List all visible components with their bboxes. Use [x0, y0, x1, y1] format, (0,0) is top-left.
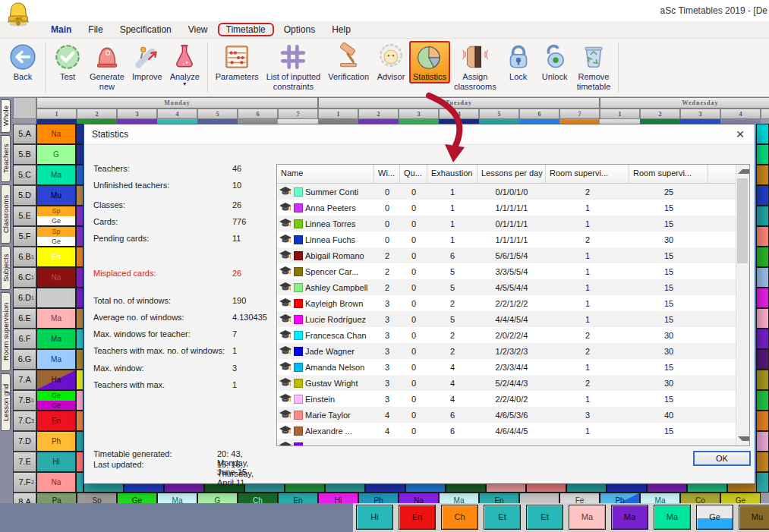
row-label-5-F[interactable]: 5.F	[13, 226, 36, 247]
row-label-6-D[interactable]: 6.D1	[13, 288, 36, 308]
card-chip-en[interactable]: En	[399, 505, 436, 530]
lesson-cell[interactable]	[36, 288, 76, 308]
table-row[interactable]: Abigail Romano2065/6/1/5/4115	[277, 247, 749, 263]
card-chip-ma[interactable]: Ma	[654, 505, 691, 530]
table-row[interactable]: Amanda Nelson3042/3/3/4/4115	[277, 359, 749, 375]
lesson-cell-na[interactable]: Na	[36, 267, 76, 288]
row-label-6-B[interactable]: 6.B1	[13, 247, 36, 267]
lesson-cell-split[interactable]: GeGe	[36, 390, 76, 411]
table-row[interactable]: Einstein3042/2/4/0/2115	[277, 391, 749, 407]
card-chip-ge[interactable]: Ge	[696, 505, 733, 530]
table-row[interactable]: Summer Conti0010/1/0/1/0225	[277, 184, 749, 200]
menu-item-view[interactable]: View	[180, 23, 216, 36]
toolbar-button-improve[interactable]: Improve	[128, 41, 166, 83]
close-icon[interactable]: ×	[730, 126, 750, 143]
row-label-5-A[interactable]: 5.A	[13, 124, 36, 144]
lesson-cell-ma[interactable]: Ma	[36, 349, 76, 370]
row-label-6-F[interactable]: 6.F	[13, 329, 36, 349]
table-row[interactable]: Linnea Torres0010/1/1/1/1115	[277, 216, 749, 231]
ok-button[interactable]: OK	[693, 451, 751, 466]
menu-item-timetable[interactable]: Timetable	[218, 23, 274, 36]
menu-item-options[interactable]: Options	[276, 23, 323, 36]
chevron-down-icon[interactable]: ▼	[182, 82, 188, 87]
column-header-exhaustion[interactable]: Exhaustion	[427, 165, 477, 183]
row-label-7-C[interactable]: 7.C3	[13, 411, 36, 431]
menu-item-help[interactable]: Help	[323, 23, 359, 36]
scroll-down-icon[interactable]	[738, 436, 750, 441]
row-label-5-B[interactable]: 5.B	[13, 144, 36, 165]
lesson-cell-ma[interactable]: Ma	[36, 165, 76, 185]
table-row[interactable]: Marie Taylor4064/6/5/3/6340	[277, 407, 749, 423]
toolbar-button-remove-timetable[interactable]: Remove timetable	[573, 41, 615, 93]
table-row[interactable]: Spencer Car...2053/3/5/5/4115	[277, 263, 749, 279]
column-header-qu-[interactable]: Qu...	[400, 165, 427, 183]
row-label-7-B[interactable]: 7.B1	[13, 390, 36, 411]
lesson-cell-ha[interactable]: Ha	[36, 370, 76, 390]
column-header-lessons-per-day[interactable]: Lessons per day	[477, 165, 546, 183]
lesson-cell-split[interactable]: SpGe	[36, 226, 76, 247]
row-label-7-E[interactable]: 7.E	[13, 452, 36, 472]
sidebar-tab-whole[interactable]: Whole	[1, 99, 11, 133]
table-row[interactable]	[277, 439, 749, 446]
column-header-name[interactable]: Name	[277, 165, 374, 183]
row-label-6-E[interactable]: 6.E	[13, 308, 36, 329]
toolbar-button-parameters[interactable]: Parameters	[212, 41, 263, 83]
sidebar-tab-subjects[interactable]: Subjects	[1, 246, 11, 290]
row-label-7-F[interactable]: 7.F2	[13, 472, 36, 493]
table-row[interactable]: Linnea Fuchs0011/1/1/1/1230	[277, 231, 749, 247]
toolbar-button-assign-classrooms[interactable]: Assign classrooms	[450, 41, 500, 93]
card-chip-ma[interactable]: Ma	[611, 505, 648, 530]
row-label-7-D[interactable]: 7.D	[13, 431, 36, 452]
card-chip-ch[interactable]: Ch	[441, 505, 478, 530]
sidebar-tab-room-supervision[interactable]: Room supervision	[1, 292, 11, 371]
toolbar-button-advisor[interactable]: Advisor	[373, 41, 409, 83]
toolbar-button-list-of-inputted-constraints[interactable]: List of inputted constraints	[263, 41, 325, 93]
sidebar-tab-classrooms[interactable]: Classrooms	[1, 184, 11, 244]
menu-item-file[interactable]: File	[80, 23, 111, 36]
lesson-cell-mu[interactable]: Mu	[36, 185, 76, 206]
column-header-wi-[interactable]: Wi...	[374, 165, 400, 183]
lesson-cell-ph[interactable]: Ph	[36, 431, 76, 452]
toolbar-button-statistics[interactable]: Statistics	[409, 41, 450, 83]
lesson-cell-hi[interactable]: Hi	[36, 452, 76, 472]
card-chip-et[interactable]: Et	[484, 505, 521, 530]
table-row[interactable]: Gustav Wright3045/2/4/4/3230	[277, 375, 749, 391]
lesson-cell-ma[interactable]: Ma	[36, 329, 76, 349]
table-row[interactable]: Anna Peeters0011/1/1/1/1115	[277, 200, 749, 216]
row-label-5-D[interactable]: 5.D	[13, 185, 36, 206]
row-label-7-A[interactable]: 7.A	[13, 370, 36, 390]
toolbar-button-test[interactable]: Test	[49, 41, 86, 83]
table-row[interactable]: Alexandre ...4064/6/4/4/5115	[277, 423, 749, 439]
sidebar-tab-teachers[interactable]: Teachers	[1, 135, 11, 182]
lesson-cell-en[interactable]: En	[36, 411, 76, 431]
card-chip-ma[interactable]: Ma	[569, 505, 606, 530]
table-scrollbar[interactable]	[736, 165, 749, 445]
lesson-cell-split[interactable]: SpGe	[36, 206, 76, 226]
sidebar-tab-lesson-grid[interactable]: Lesson grid	[1, 373, 11, 431]
row-label-6-C[interactable]: 6.C1	[13, 267, 36, 288]
toolbar-button-lock[interactable]: Lock	[500, 41, 537, 83]
lesson-cell-en[interactable]: En	[36, 247, 76, 267]
table-row[interactable]: Ashley Campbell2054/5/5/4/4115	[277, 279, 749, 295]
card-chip-hi[interactable]: Hi	[356, 505, 393, 530]
menu-item-specification[interactable]: Specification	[112, 23, 180, 36]
row-label-5-C[interactable]: 5.C	[13, 165, 36, 185]
row-label-6-G[interactable]: 6.G	[13, 349, 36, 370]
toolbar-button-generate-new[interactable]: Generate new	[86, 41, 128, 93]
lesson-cell-g[interactable]: G	[36, 144, 76, 165]
scrollbar-thumb[interactable]	[737, 178, 748, 263]
menu-item-main[interactable]: Main	[43, 23, 80, 36]
lesson-cell-na[interactable]: Na	[36, 124, 76, 144]
scroll-up-icon[interactable]	[738, 169, 750, 174]
lesson-cell-ma[interactable]: Ma	[36, 308, 76, 329]
table-row[interactable]: Lucie Rodríguez3054/4/4/5/4115	[277, 311, 749, 327]
toolbar-button-unlock[interactable]: Unlock	[537, 41, 573, 83]
lesson-cell-na[interactable]: Na	[36, 472, 76, 493]
toolbar-button-analyze[interactable]: Analyze▼	[166, 41, 203, 88]
toolbar-button-back[interactable]: Back	[5, 41, 41, 83]
column-header-room-supervi-[interactable]: Room supervi...	[546, 165, 629, 183]
card-chip-et[interactable]: Et	[526, 505, 563, 530]
table-row[interactable]: Kayleigh Brown3022/2/1/2/2115	[277, 295, 749, 311]
toolbar-button-verification[interactable]: Verification	[324, 41, 373, 83]
table-row[interactable]: Francesca Chan3022/0/2/2/4230	[277, 327, 749, 343]
